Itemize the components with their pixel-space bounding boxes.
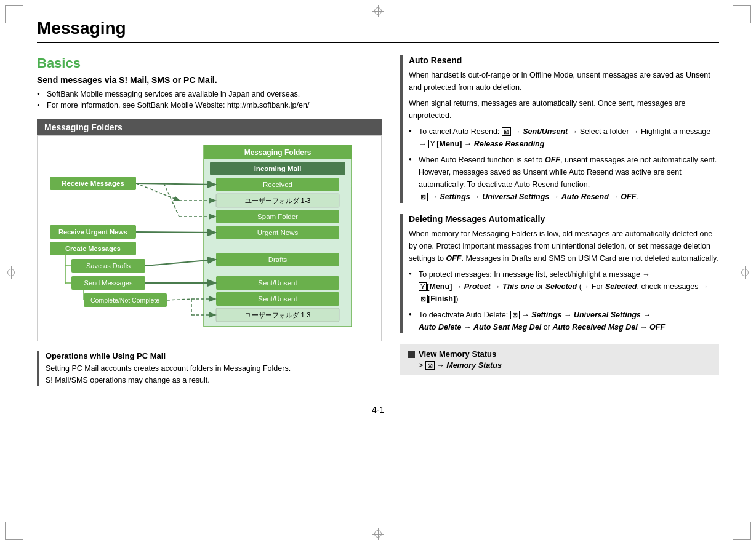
section-subtitle: Send messages via S! Mail, SMS or PC Mai… [37,75,382,85]
page-number: 4-1 [37,405,719,415]
reg-mark-left [5,266,17,279]
operations-note: Operations while Using PC Mail Setting P… [37,351,382,386]
basics-bullet-2: For more information, see SoftBank Mobil… [37,101,382,109]
deleting-bullet2: To deactivate Auto Delete: ⊠ → Settings … [409,309,719,333]
reg-mark-top [372,5,384,17]
folders-section: Messaging Folders Messaging Folders Inco… [37,119,382,341]
operations-note-line2: S! Mail/SMS operations may change as a r… [46,375,382,386]
corner-mark-tr [733,5,751,23]
memory-title: View Memory Status [408,349,712,359]
svg-text:Sent/Unsent: Sent/Unsent [258,295,297,303]
page-title: Messaging [37,18,719,43]
auto-resend-text1: When handset is out-of-range or in Offli… [409,69,719,93]
svg-text:Sent/Unsent: Sent/Unsent [258,279,297,287]
svg-text:Incoming Mail: Incoming Mail [254,165,302,172]
reg-mark-right [739,266,751,279]
right-column: Auto Resend When handset is out-of-range… [400,55,719,386]
square-bullet-icon [408,351,415,358]
svg-text:Create Messages: Create Messages [65,245,121,252]
basics-bullet-list: SoftBank Mobile messaging services are a… [37,90,382,109]
deleting-section: Deleting Messages Automatically When mem… [400,214,719,333]
svg-line-41 [167,299,191,300]
content-layout: Basics Send messages via S! Mail, SMS or… [37,55,719,386]
svg-text:Received: Received [263,181,292,188]
basics-bullet-1: SoftBank Mobile messaging services are a… [37,90,382,98]
svg-line-23 [136,183,215,185]
memory-text: > ⊠ → Memory Status [408,361,712,370]
deleting-title: Deleting Messages Automatically [409,214,719,224]
operations-note-title: Operations while Using PC Mail [46,351,382,360]
svg-line-30 [136,232,215,233]
corner-mark-tl [5,5,23,23]
svg-text:Receive Messages: Receive Messages [62,180,124,187]
svg-text:Receive Urgent News: Receive Urgent News [58,228,127,236]
svg-text:Send Messages: Send Messages [84,279,133,287]
reg-mark-bottom [372,528,384,540]
left-column: Basics Send messages via S! Mail, SMS or… [37,55,382,386]
corner-mark-br [733,522,751,540]
svg-text:ユーザーフォルダ 1-3: ユーザーフォルダ 1-3 [245,197,311,204]
svg-text:Drafts: Drafts [268,256,288,263]
svg-text:Save as Drafts: Save as Drafts [86,262,131,269]
operations-note-line1: Setting PC Mail accounts creates account… [46,363,382,375]
folders-diagram: Messaging Folders Incoming Mail Received… [38,142,358,333]
corner-mark-bl [5,522,23,540]
auto-resend-text2: When signal returns, messages are automa… [409,97,719,122]
svg-text:Spam Folder: Spam Folder [257,213,298,220]
diagram-container: Messaging Folders Incoming Mail Received… [37,135,382,341]
deleting-text1: When memory for Messaging Folders is low… [409,228,719,265]
auto-resend-bullet1: To cancel Auto Resend: ⊠ → Sent/Unsent →… [409,125,719,150]
svg-text:Messaging Folders: Messaging Folders [244,148,312,157]
svg-text:Urgent News: Urgent News [257,229,299,236]
auto-resend-section: Auto Resend When handset is out-of-range… [400,55,719,203]
svg-text:Complete/Not Complete: Complete/Not Complete [90,296,159,304]
page-container: Messaging Basics Send messages via S! Ma… [0,0,756,545]
memory-section: View Memory Status > ⊠ → Memory Status [400,344,719,375]
auto-resend-title: Auto Resend [409,55,719,65]
section-title: Basics [37,55,382,71]
auto-resend-bullet2: When Auto Resend function is set to OFF,… [409,154,719,203]
svg-line-24 [136,183,179,201]
folders-section-title: Messaging Folders [37,119,382,135]
svg-text:ユーザーフォルダ 1-3: ユーザーフォルダ 1-3 [245,311,311,319]
svg-line-26 [164,183,179,217]
deleting-bullet1: To protect messages: In message list, se… [409,268,719,305]
